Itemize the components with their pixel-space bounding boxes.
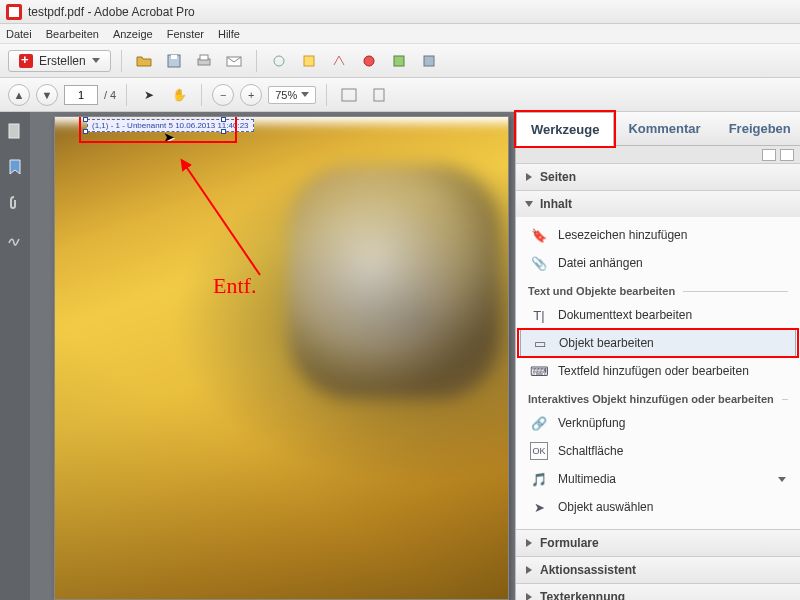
svg-rect-11 — [374, 89, 384, 101]
page-total-label: / 4 — [104, 89, 116, 101]
page-number-input[interactable] — [64, 85, 98, 105]
menu-edit[interactable]: Bearbeiten — [46, 28, 99, 40]
tab-share[interactable]: Freigeben — [715, 112, 800, 145]
document-filename: testpdf.pdf — [28, 5, 84, 19]
ok-button-icon: OK — [530, 442, 548, 460]
svg-point-5 — [274, 56, 284, 66]
plus-icon — [19, 54, 33, 68]
svg-rect-12 — [9, 124, 19, 138]
document-viewport[interactable]: (1,1) - 1 - Unbenannt 5 10.06.2013 11:40… — [30, 112, 515, 600]
zoom-value: 75% — [275, 89, 297, 101]
typewriter-icon: ⌨ — [530, 362, 548, 380]
main-toolbar: Erstellen — [0, 44, 800, 78]
arrow-cursor-icon: ➤ — [530, 498, 548, 516]
page-down-button[interactable]: ▼ — [36, 84, 58, 106]
fit-page-button[interactable] — [367, 83, 391, 107]
create-button-label: Erstellen — [39, 54, 86, 68]
tool-multimedia[interactable]: 🎵 Multimedia — [516, 465, 800, 493]
svg-rect-10 — [342, 89, 356, 101]
subheading-interactive: Interaktives Objekt hinzufügen oder bear… — [516, 385, 800, 409]
panel-menu-button[interactable] — [762, 149, 776, 161]
tool-b-button[interactable] — [297, 49, 321, 73]
svg-point-7 — [364, 56, 374, 66]
fit-width-button[interactable] — [337, 83, 361, 107]
tab-tools[interactable]: Werkzeuge — [516, 112, 614, 146]
multimedia-icon: 🎵 — [530, 470, 548, 488]
tool-edit-document-text[interactable]: T| Dokumenttext bearbeiten — [516, 301, 800, 329]
zoom-out-button[interactable]: − — [212, 84, 234, 106]
chevron-down-icon — [778, 477, 786, 482]
left-rail — [0, 112, 30, 600]
right-panel-mini-toolbar — [516, 146, 800, 164]
bookmarks-panel-icon[interactable] — [6, 158, 24, 176]
bookmark-icon: 🔖 — [530, 226, 548, 244]
print-button[interactable] — [192, 49, 216, 73]
right-panel-tabs: Werkzeuge Kommentar Freigeben — [516, 112, 800, 146]
panel-collapse-button[interactable] — [780, 149, 794, 161]
paperclip-icon: 📎 — [530, 254, 548, 272]
hand-tool-button[interactable]: ✋ — [167, 83, 191, 107]
svg-rect-9 — [424, 56, 434, 66]
tool-c-button[interactable] — [327, 49, 351, 73]
chevron-down-icon — [92, 58, 100, 63]
svg-rect-6 — [304, 56, 314, 66]
tool-attach-file[interactable]: 📎 Datei anhängen — [516, 249, 800, 277]
tool-add-textbox[interactable]: ⌨ Textfeld hinzufügen oder bearbeiten — [516, 357, 800, 385]
link-icon: 🔗 — [530, 414, 548, 432]
menu-file[interactable]: Datei — [6, 28, 32, 40]
page-up-button[interactable]: ▲ — [8, 84, 30, 106]
zoom-select[interactable]: 75% — [268, 86, 316, 104]
tool-f-button[interactable] — [417, 49, 441, 73]
app-name: Adobe Acrobat Pro — [94, 5, 195, 19]
tool-a-button[interactable] — [267, 49, 291, 73]
object-edit-icon: ▭ — [531, 334, 549, 352]
menu-view[interactable]: Anzeige — [113, 28, 153, 40]
menu-window[interactable]: Fenster — [167, 28, 204, 40]
tool-button[interactable]: OK Schaltfläche — [516, 437, 800, 465]
tool-d-button[interactable] — [357, 49, 381, 73]
tab-comment[interactable]: Kommentar — [614, 112, 714, 145]
tool-add-bookmark[interactable]: 🔖 Lesezeichen hinzufügen — [516, 221, 800, 249]
chevron-down-icon — [301, 92, 309, 97]
menu-help[interactable]: Hilfe — [218, 28, 240, 40]
tool-select-object[interactable]: ➤ Objekt auswählen — [516, 493, 800, 521]
email-button[interactable] — [222, 49, 246, 73]
right-panel: Werkzeuge Kommentar Freigeben Seiten Inh… — [515, 112, 800, 600]
cursor-icon: ➤ — [163, 129, 175, 145]
tool-link[interactable]: 🔗 Verknüpfung — [516, 409, 800, 437]
signatures-panel-icon[interactable] — [6, 230, 24, 248]
pages-panel-icon[interactable] — [6, 122, 24, 140]
attachments-panel-icon[interactable] — [6, 194, 24, 212]
pdf-file-icon — [6, 4, 22, 20]
page-image-content — [54, 123, 509, 600]
menu-bar: Datei Bearbeiten Anzeige Fenster Hilfe — [0, 24, 800, 44]
open-button[interactable] — [132, 49, 156, 73]
accordion-ocr[interactable]: Texterkennung — [516, 584, 800, 600]
accordion-pages[interactable]: Seiten — [516, 164, 800, 190]
accordion-content[interactable]: Inhalt — [516, 191, 800, 217]
svg-rect-8 — [394, 56, 404, 66]
svg-rect-1 — [171, 55, 177, 59]
subheading-text-objects: Text und Objekte bearbeiten — [516, 277, 800, 301]
save-button[interactable] — [162, 49, 186, 73]
tool-e-button[interactable] — [387, 49, 411, 73]
zoom-in-button[interactable]: + — [240, 84, 262, 106]
nav-toolbar: ▲ ▼ / 4 ➤ ✋ − + 75% — [0, 78, 800, 112]
accordion-forms[interactable]: Formulare — [516, 530, 800, 556]
tool-edit-object[interactable]: ▭ Objekt bearbeiten — [520, 329, 796, 357]
svg-rect-3 — [200, 55, 208, 60]
create-button[interactable]: Erstellen — [8, 50, 111, 72]
select-tool-button[interactable]: ➤ — [137, 83, 161, 107]
page-canvas: (1,1) - 1 - Unbenannt 5 10.06.2013 11:40… — [54, 116, 509, 600]
accordion-action-wizard[interactable]: Aktionsassistent — [516, 557, 800, 583]
text-edit-icon: T| — [530, 306, 548, 324]
window-titlebar: testpdf.pdf - Adobe Acrobat Pro — [0, 0, 800, 24]
